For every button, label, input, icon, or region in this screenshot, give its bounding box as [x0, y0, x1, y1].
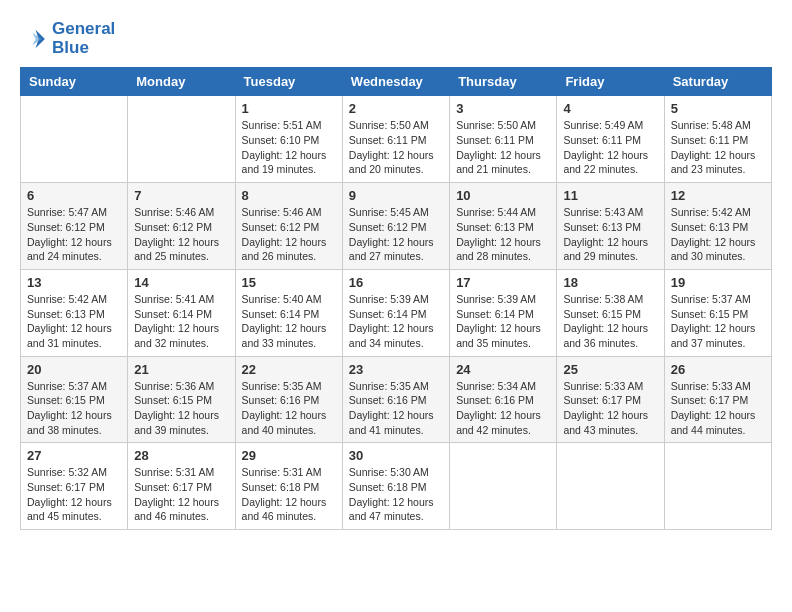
cell-info: Sunrise: 5:42 AM Sunset: 6:13 PM Dayligh…	[27, 292, 121, 351]
day-of-week-header: Monday	[128, 68, 235, 96]
day-number: 16	[349, 275, 443, 290]
calendar-cell: 10Sunrise: 5:44 AM Sunset: 6:13 PM Dayli…	[450, 183, 557, 270]
day-number: 28	[134, 448, 228, 463]
day-number: 11	[563, 188, 657, 203]
cell-info: Sunrise: 5:39 AM Sunset: 6:14 PM Dayligh…	[349, 292, 443, 351]
cell-info: Sunrise: 5:31 AM Sunset: 6:18 PM Dayligh…	[242, 465, 336, 524]
calendar-cell	[450, 443, 557, 530]
calendar-cell	[128, 96, 235, 183]
logo-icon	[20, 25, 48, 53]
logo-text: General Blue	[52, 20, 115, 57]
calendar-cell: 11Sunrise: 5:43 AM Sunset: 6:13 PM Dayli…	[557, 183, 664, 270]
day-number: 29	[242, 448, 336, 463]
day-number: 14	[134, 275, 228, 290]
cell-info: Sunrise: 5:46 AM Sunset: 6:12 PM Dayligh…	[134, 205, 228, 264]
calendar-cell: 17Sunrise: 5:39 AM Sunset: 6:14 PM Dayli…	[450, 269, 557, 356]
day-number: 23	[349, 362, 443, 377]
cell-info: Sunrise: 5:37 AM Sunset: 6:15 PM Dayligh…	[671, 292, 765, 351]
cell-info: Sunrise: 5:47 AM Sunset: 6:12 PM Dayligh…	[27, 205, 121, 264]
calendar-cell: 1Sunrise: 5:51 AM Sunset: 6:10 PM Daylig…	[235, 96, 342, 183]
calendar-cell: 25Sunrise: 5:33 AM Sunset: 6:17 PM Dayli…	[557, 356, 664, 443]
cell-info: Sunrise: 5:42 AM Sunset: 6:13 PM Dayligh…	[671, 205, 765, 264]
cell-info: Sunrise: 5:32 AM Sunset: 6:17 PM Dayligh…	[27, 465, 121, 524]
calendar-week-row: 6Sunrise: 5:47 AM Sunset: 6:12 PM Daylig…	[21, 183, 772, 270]
cell-info: Sunrise: 5:35 AM Sunset: 6:16 PM Dayligh…	[349, 379, 443, 438]
calendar-cell: 9Sunrise: 5:45 AM Sunset: 6:12 PM Daylig…	[342, 183, 449, 270]
day-of-week-header: Thursday	[450, 68, 557, 96]
day-of-week-header: Friday	[557, 68, 664, 96]
header: General Blue	[20, 20, 772, 57]
calendar-cell	[664, 443, 771, 530]
day-of-week-header: Saturday	[664, 68, 771, 96]
cell-info: Sunrise: 5:50 AM Sunset: 6:11 PM Dayligh…	[349, 118, 443, 177]
calendar-cell: 7Sunrise: 5:46 AM Sunset: 6:12 PM Daylig…	[128, 183, 235, 270]
calendar-cell: 23Sunrise: 5:35 AM Sunset: 6:16 PM Dayli…	[342, 356, 449, 443]
day-number: 25	[563, 362, 657, 377]
cell-info: Sunrise: 5:51 AM Sunset: 6:10 PM Dayligh…	[242, 118, 336, 177]
calendar-cell: 27Sunrise: 5:32 AM Sunset: 6:17 PM Dayli…	[21, 443, 128, 530]
calendar-cell	[21, 96, 128, 183]
cell-info: Sunrise: 5:50 AM Sunset: 6:11 PM Dayligh…	[456, 118, 550, 177]
day-number: 5	[671, 101, 765, 116]
logo: General Blue	[20, 20, 115, 57]
cell-info: Sunrise: 5:33 AM Sunset: 6:17 PM Dayligh…	[563, 379, 657, 438]
day-number: 15	[242, 275, 336, 290]
cell-info: Sunrise: 5:36 AM Sunset: 6:15 PM Dayligh…	[134, 379, 228, 438]
day-number: 30	[349, 448, 443, 463]
calendar-cell: 21Sunrise: 5:36 AM Sunset: 6:15 PM Dayli…	[128, 356, 235, 443]
calendar-cell: 22Sunrise: 5:35 AM Sunset: 6:16 PM Dayli…	[235, 356, 342, 443]
cell-info: Sunrise: 5:45 AM Sunset: 6:12 PM Dayligh…	[349, 205, 443, 264]
day-of-week-header: Sunday	[21, 68, 128, 96]
cell-info: Sunrise: 5:33 AM Sunset: 6:17 PM Dayligh…	[671, 379, 765, 438]
cell-info: Sunrise: 5:49 AM Sunset: 6:11 PM Dayligh…	[563, 118, 657, 177]
calendar-week-row: 13Sunrise: 5:42 AM Sunset: 6:13 PM Dayli…	[21, 269, 772, 356]
calendar-cell: 2Sunrise: 5:50 AM Sunset: 6:11 PM Daylig…	[342, 96, 449, 183]
calendar-cell: 29Sunrise: 5:31 AM Sunset: 6:18 PM Dayli…	[235, 443, 342, 530]
cell-info: Sunrise: 5:40 AM Sunset: 6:14 PM Dayligh…	[242, 292, 336, 351]
calendar-week-row: 1Sunrise: 5:51 AM Sunset: 6:10 PM Daylig…	[21, 96, 772, 183]
day-number: 19	[671, 275, 765, 290]
day-number: 18	[563, 275, 657, 290]
day-number: 27	[27, 448, 121, 463]
cell-info: Sunrise: 5:37 AM Sunset: 6:15 PM Dayligh…	[27, 379, 121, 438]
cell-info: Sunrise: 5:38 AM Sunset: 6:15 PM Dayligh…	[563, 292, 657, 351]
day-number: 7	[134, 188, 228, 203]
calendar-cell: 28Sunrise: 5:31 AM Sunset: 6:17 PM Dayli…	[128, 443, 235, 530]
day-number: 9	[349, 188, 443, 203]
day-number: 12	[671, 188, 765, 203]
calendar-cell: 13Sunrise: 5:42 AM Sunset: 6:13 PM Dayli…	[21, 269, 128, 356]
calendar-cell: 14Sunrise: 5:41 AM Sunset: 6:14 PM Dayli…	[128, 269, 235, 356]
day-number: 26	[671, 362, 765, 377]
calendar-cell: 24Sunrise: 5:34 AM Sunset: 6:16 PM Dayli…	[450, 356, 557, 443]
day-of-week-header: Wednesday	[342, 68, 449, 96]
day-number: 17	[456, 275, 550, 290]
calendar-cell: 4Sunrise: 5:49 AM Sunset: 6:11 PM Daylig…	[557, 96, 664, 183]
cell-info: Sunrise: 5:35 AM Sunset: 6:16 PM Dayligh…	[242, 379, 336, 438]
day-number: 2	[349, 101, 443, 116]
day-number: 22	[242, 362, 336, 377]
calendar-cell: 3Sunrise: 5:50 AM Sunset: 6:11 PM Daylig…	[450, 96, 557, 183]
calendar-cell: 5Sunrise: 5:48 AM Sunset: 6:11 PM Daylig…	[664, 96, 771, 183]
calendar-cell: 19Sunrise: 5:37 AM Sunset: 6:15 PM Dayli…	[664, 269, 771, 356]
calendar-cell: 18Sunrise: 5:38 AM Sunset: 6:15 PM Dayli…	[557, 269, 664, 356]
cell-info: Sunrise: 5:31 AM Sunset: 6:17 PM Dayligh…	[134, 465, 228, 524]
cell-info: Sunrise: 5:43 AM Sunset: 6:13 PM Dayligh…	[563, 205, 657, 264]
cell-info: Sunrise: 5:48 AM Sunset: 6:11 PM Dayligh…	[671, 118, 765, 177]
calendar-week-row: 27Sunrise: 5:32 AM Sunset: 6:17 PM Dayli…	[21, 443, 772, 530]
calendar-week-row: 20Sunrise: 5:37 AM Sunset: 6:15 PM Dayli…	[21, 356, 772, 443]
day-number: 10	[456, 188, 550, 203]
calendar-cell: 30Sunrise: 5:30 AM Sunset: 6:18 PM Dayli…	[342, 443, 449, 530]
calendar-cell	[557, 443, 664, 530]
day-number: 8	[242, 188, 336, 203]
day-number: 21	[134, 362, 228, 377]
day-number: 4	[563, 101, 657, 116]
cell-info: Sunrise: 5:30 AM Sunset: 6:18 PM Dayligh…	[349, 465, 443, 524]
day-number: 6	[27, 188, 121, 203]
cell-info: Sunrise: 5:41 AM Sunset: 6:14 PM Dayligh…	[134, 292, 228, 351]
cell-info: Sunrise: 5:44 AM Sunset: 6:13 PM Dayligh…	[456, 205, 550, 264]
cell-info: Sunrise: 5:46 AM Sunset: 6:12 PM Dayligh…	[242, 205, 336, 264]
day-number: 3	[456, 101, 550, 116]
calendar-cell: 6Sunrise: 5:47 AM Sunset: 6:12 PM Daylig…	[21, 183, 128, 270]
day-of-week-header: Tuesday	[235, 68, 342, 96]
day-number: 1	[242, 101, 336, 116]
